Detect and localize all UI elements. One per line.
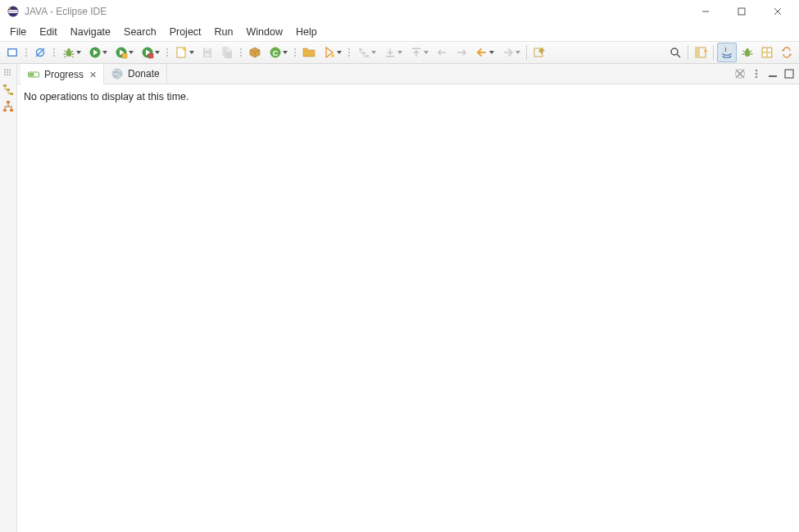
search-button[interactable] [320, 43, 344, 61]
menu-file[interactable]: File [3, 25, 33, 39]
run-last-tool-button[interactable] [138, 43, 162, 61]
svg-point-19 [331, 54, 334, 57]
trim-grip[interactable] [4, 69, 12, 77]
eclipse-logo-icon [7, 5, 20, 18]
tab-donate[interactable]: Donate [104, 64, 167, 84]
titlebar: JAVA - Eclipse IDE [0, 0, 799, 23]
tab-progress[interactable]: Progress ✕ [20, 64, 104, 84]
prev-annotation-button[interactable] [406, 43, 431, 61]
editor-area: Progress ✕ Donate [17, 64, 799, 532]
svg-point-7 [67, 48, 70, 52]
svg-rect-38 [10, 93, 13, 95]
save-all-button[interactable] [218, 43, 236, 61]
menu-search[interactable]: Search [117, 25, 163, 39]
chevron-down-icon [371, 51, 376, 54]
svg-rect-10 [122, 53, 127, 58]
svg-rect-33 [768, 48, 771, 52]
globe-icon [111, 67, 124, 80]
coverage-button[interactable] [111, 43, 136, 61]
pin-editor-button[interactable] [530, 43, 548, 61]
chevron-down-icon [155, 51, 160, 54]
minimize-button[interactable] [688, 0, 724, 23]
editor-presentation-button[interactable] [3, 43, 21, 61]
chevron-down-icon [189, 51, 194, 54]
next-annotation-button[interactable] [380, 43, 405, 61]
svg-rect-14 [205, 48, 210, 51]
run-button[interactable] [85, 43, 110, 61]
access-search-button[interactable] [666, 43, 684, 61]
left-trim-bar [0, 64, 17, 532]
toggle-breadcrumb-button[interactable] [354, 43, 379, 61]
view-toolbar [733, 64, 799, 84]
hierarchy-icon[interactable] [2, 100, 15, 113]
menu-run[interactable]: Run [208, 25, 240, 39]
toolbar-separator [713, 45, 714, 60]
chevron-down-icon [489, 51, 494, 54]
main-toolbar: C [0, 41, 799, 64]
back-edit-button[interactable] [452, 43, 470, 61]
new-java-package-button[interactable] [246, 43, 264, 61]
svg-point-26 [671, 48, 678, 55]
view-tab-bar: Progress ✕ Donate [17, 64, 799, 84]
menu-window[interactable]: Window [240, 25, 289, 39]
open-type-button[interactable] [300, 43, 318, 61]
svg-point-48 [756, 73, 758, 75]
new-java-class-button[interactable]: C [266, 43, 290, 61]
menu-navigate[interactable]: Navigate [64, 25, 117, 39]
chevron-down-icon [397, 51, 402, 54]
svg-rect-35 [768, 53, 771, 57]
svg-rect-41 [10, 109, 13, 111]
svg-rect-40 [3, 109, 7, 111]
svg-rect-21 [362, 52, 365, 54]
svg-point-30 [746, 48, 749, 52]
svg-rect-43 [30, 73, 34, 76]
svg-rect-23 [386, 56, 394, 57]
maximize-view-icon[interactable] [783, 67, 796, 80]
close-button[interactable] [760, 0, 796, 23]
empty-progress-message: No operations to display at this time. [24, 91, 189, 102]
svg-rect-2 [738, 8, 745, 15]
svg-point-47 [756, 70, 758, 72]
back-history-button[interactable] [472, 43, 497, 61]
minimize-view-icon[interactable] [766, 67, 779, 80]
menu-help[interactable]: Help [289, 25, 324, 39]
package-explorer-icon[interactable] [2, 82, 15, 95]
debug-button[interactable] [59, 43, 84, 61]
forward-history-button[interactable] [498, 43, 523, 61]
svg-rect-22 [365, 55, 369, 57]
chevron-down-icon [515, 51, 520, 54]
tab-progress-label: Progress [44, 69, 84, 80]
chevron-down-icon [283, 51, 288, 54]
svg-rect-24 [412, 48, 420, 50]
menu-project[interactable]: Project [163, 25, 208, 39]
skip-breakpoints-button[interactable] [31, 43, 49, 61]
svg-rect-12 [148, 53, 153, 58]
svg-rect-37 [7, 89, 10, 91]
debug-perspective-button[interactable] [738, 43, 756, 61]
new-button[interactable] [172, 43, 197, 61]
close-icon[interactable]: ✕ [89, 70, 97, 80]
java-perspective-button[interactable] [717, 43, 737, 62]
last-edit-location-button[interactable] [433, 43, 451, 61]
menu-edit[interactable]: Edit [33, 25, 64, 39]
maximize-button[interactable] [724, 0, 760, 23]
toolbar-grip [347, 48, 352, 57]
java-browsing-perspective-button[interactable] [758, 43, 776, 61]
chevron-down-icon [102, 51, 107, 54]
chevron-down-icon [424, 51, 429, 54]
workbench-body: Progress ✕ Donate [0, 64, 799, 532]
chevron-down-icon [337, 51, 342, 54]
toolbar-grip [293, 48, 297, 57]
svg-rect-28 [696, 48, 700, 57]
remove-all-finished-icon[interactable] [733, 67, 747, 80]
view-menu-icon[interactable] [750, 67, 763, 80]
open-perspective-button[interactable] [692, 43, 710, 61]
team-sync-perspective-button[interactable] [778, 43, 796, 61]
toolbar-separator [688, 45, 688, 60]
progress-view-content: No operations to display at this time. [17, 84, 799, 532]
save-button[interactable] [198, 43, 216, 61]
svg-rect-39 [7, 101, 10, 103]
svg-text:C: C [272, 49, 278, 57]
toolbar-grip [165, 48, 170, 57]
svg-rect-16 [226, 49, 230, 52]
